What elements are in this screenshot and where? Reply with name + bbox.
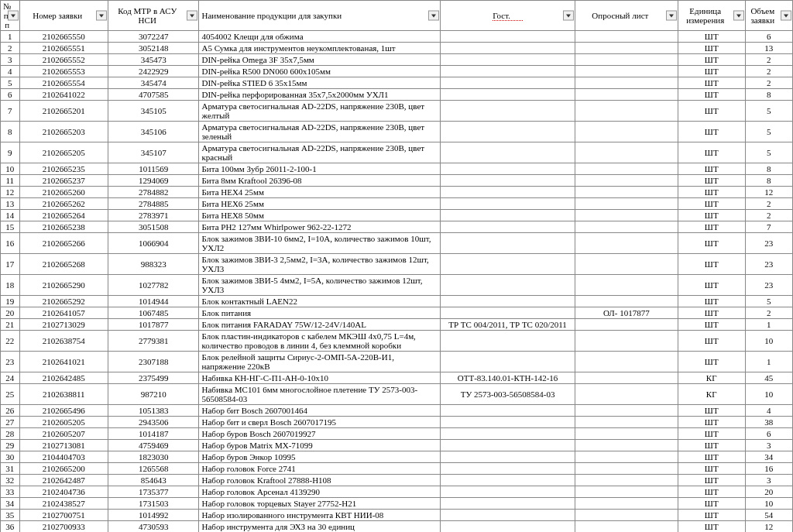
cell-unit[interactable]: ШТ	[678, 498, 745, 510]
cell-unit[interactable]: ШТ	[678, 405, 745, 417]
cell-code[interactable]: 2779381	[108, 331, 199, 352]
cell-vol[interactable]: 1	[745, 319, 792, 331]
filter-icon[interactable]	[563, 11, 574, 21]
cell-unit[interactable]: ШТ	[678, 417, 745, 428]
cell-gost[interactable]	[441, 307, 575, 319]
cell-opros[interactable]	[575, 475, 678, 486]
cell-unit[interactable]: ШТ	[678, 66, 745, 77]
cell-opros[interactable]	[575, 372, 678, 384]
cell-gost[interactable]	[441, 451, 575, 463]
cell-gost[interactable]	[441, 54, 575, 66]
filter-icon[interactable]	[666, 11, 677, 21]
cell-req[interactable]: 2102642485	[19, 372, 108, 384]
cell-name[interactable]: Блок релейной защиты Сириус-2-ОМП-5А-220…	[199, 352, 441, 372]
cell-req[interactable]: 2102605207	[19, 428, 108, 440]
cell-unit[interactable]: КГ	[678, 384, 745, 405]
cell-vol[interactable]: 23	[745, 254, 792, 275]
cell-name[interactable]: Блок питания FARADAY 75W/12-24V/140AL	[199, 319, 441, 331]
cell-num[interactable]: 13	[1, 198, 20, 210]
cell-gost[interactable]	[441, 210, 575, 221]
cell-opros[interactable]	[575, 451, 678, 463]
cell-gost[interactable]	[441, 142, 575, 163]
cell-num[interactable]: 30	[1, 451, 20, 463]
cell-unit[interactable]: ШТ	[678, 198, 745, 210]
cell-req[interactable]: 2102605205	[19, 417, 108, 428]
cell-name[interactable]: Блок зажимов ЗВИ-10 6мм2, I=10А, количес…	[199, 233, 441, 254]
cell-opros[interactable]: ОЛ- 1017877	[575, 307, 678, 319]
cell-num[interactable]: 15	[1, 221, 20, 233]
cell-vol[interactable]: 23	[745, 275, 792, 296]
cell-code[interactable]: 4730593	[108, 521, 199, 533]
cell-vol[interactable]: 5	[745, 296, 792, 307]
cell-num[interactable]: 6	[1, 89, 20, 101]
cell-opros[interactable]	[575, 352, 678, 372]
cell-gost[interactable]	[441, 254, 575, 275]
cell-unit[interactable]: ШТ	[678, 77, 745, 89]
cell-unit[interactable]: ШТ	[678, 307, 745, 319]
cell-num[interactable]: 20	[1, 307, 20, 319]
cell-req[interactable]: 2102665264	[19, 210, 108, 221]
cell-req[interactable]: 2102665290	[19, 275, 108, 296]
cell-num[interactable]: 26	[1, 405, 20, 417]
cell-name[interactable]: Набор головок Kraftool 27888-H108	[199, 475, 441, 486]
cell-name[interactable]: Арматура светосигнальная AD-22DS, напряж…	[199, 101, 441, 122]
cell-vol[interactable]: 8	[745, 175, 792, 187]
filter-icon[interactable]	[733, 11, 744, 21]
cell-num[interactable]: 3	[1, 54, 20, 66]
cell-req[interactable]: 2102700933	[19, 521, 108, 533]
cell-num[interactable]: 10	[1, 163, 20, 175]
cell-gost[interactable]	[441, 175, 575, 187]
cell-gost[interactable]	[441, 66, 575, 77]
cell-vol[interactable]: 2	[745, 307, 792, 319]
cell-num[interactable]: 5	[1, 77, 20, 89]
cell-code[interactable]: 345474	[108, 77, 199, 89]
cell-opros[interactable]	[575, 175, 678, 187]
cell-gost[interactable]	[441, 440, 575, 451]
cell-code[interactable]: 345107	[108, 142, 199, 163]
cell-gost[interactable]	[441, 417, 575, 428]
cell-code[interactable]: 2784885	[108, 198, 199, 210]
cell-num[interactable]: 12	[1, 187, 20, 198]
cell-code[interactable]: 854643	[108, 475, 199, 486]
cell-vol[interactable]: 2	[745, 198, 792, 210]
cell-opros[interactable]	[575, 233, 678, 254]
cell-gost[interactable]	[441, 163, 575, 175]
cell-unit[interactable]: ШТ	[678, 31, 745, 43]
cell-vol[interactable]: 20	[745, 486, 792, 498]
cell-code[interactable]: 4759469	[108, 440, 199, 451]
cell-gost[interactable]: ТР ТС 004/2011, ТР ТС 020/2011	[441, 319, 575, 331]
cell-num[interactable]: 31	[1, 463, 20, 475]
cell-opros[interactable]	[575, 275, 678, 296]
cell-code[interactable]: 1017877	[108, 319, 199, 331]
cell-code[interactable]: 2307188	[108, 352, 199, 372]
cell-unit[interactable]: ШТ	[678, 254, 745, 275]
cell-gost[interactable]	[441, 296, 575, 307]
cell-name[interactable]: Блок пластин-индикаторов с кабелем МКЭШ …	[199, 331, 441, 352]
cell-num[interactable]: 19	[1, 296, 20, 307]
cell-vol[interactable]: 23	[745, 233, 792, 254]
cell-opros[interactable]	[575, 521, 678, 533]
cell-vol[interactable]: 13	[745, 43, 792, 54]
cell-req[interactable]: 2102641057	[19, 307, 108, 319]
cell-req[interactable]: 2102641021	[19, 352, 108, 372]
cell-vol[interactable]: 2	[745, 54, 792, 66]
cell-num[interactable]: 17	[1, 254, 20, 275]
cell-req[interactable]: 2102665554	[19, 77, 108, 89]
cell-code[interactable]: 988323	[108, 254, 199, 275]
cell-unit[interactable]: ШТ	[678, 142, 745, 163]
cell-gost[interactable]	[441, 510, 575, 521]
cell-opros[interactable]	[575, 510, 678, 521]
cell-code[interactable]: 1051383	[108, 405, 199, 417]
cell-unit[interactable]: ШТ	[678, 187, 745, 198]
cell-num[interactable]: 34	[1, 498, 20, 510]
cell-name[interactable]: DIN-рейка STIED 6 35x15мм	[199, 77, 441, 89]
cell-gost[interactable]	[441, 463, 575, 475]
cell-name[interactable]: A5 Сумка для инструментов неукомплектова…	[199, 43, 441, 54]
cell-gost[interactable]	[441, 486, 575, 498]
filter-icon[interactable]	[96, 11, 107, 21]
cell-code[interactable]: 2422929	[108, 66, 199, 77]
cell-name[interactable]: Набор буров Matrix MX-71099	[199, 440, 441, 451]
filter-icon[interactable]	[8, 11, 19, 21]
cell-unit[interactable]: ШТ	[678, 331, 745, 352]
filter-icon[interactable]	[428, 11, 439, 21]
